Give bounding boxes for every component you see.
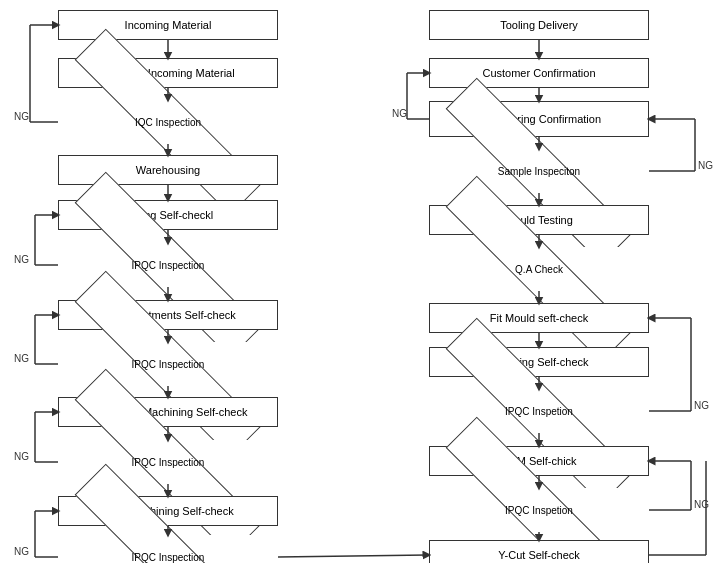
ipqc-r1-label: IPQC Inspetion (505, 406, 573, 417)
fit-mould-box: Fit Mould seft-check (429, 303, 649, 333)
ipqc-r2-diamond: IPQC Inspetion (429, 488, 649, 532)
fit-mould-label: Fit Mould seft-check (490, 312, 588, 324)
svg-text:NG: NG (14, 254, 29, 265)
ipqc4-label: IPQC Inspection (132, 552, 205, 563)
svg-text:NG: NG (14, 353, 29, 364)
qa-check-diamond: Q.A Check (429, 247, 649, 291)
svg-text:NG: NG (694, 499, 709, 510)
ipqc1-diamond: IPQC Inspection (58, 243, 278, 287)
svg-text:NG: NG (694, 400, 709, 411)
qa-check-label: Q.A Check (515, 264, 563, 275)
svg-text:NG: NG (14, 451, 29, 462)
incoming-material-label: Incoming Material (125, 19, 212, 31)
ipqc-r1-diamond: IPQC Inspetion (429, 389, 649, 433)
tooling-delivery-label: Tooling Delivery (500, 19, 578, 31)
ipqc2-diamond: IPQC Inspection (58, 342, 278, 386)
tooling-delivery-box: Tooling Delivery (429, 10, 649, 40)
customer-confirmation-label: Customer Confirmation (482, 67, 595, 79)
warehousing-box: Warehousing (58, 155, 278, 185)
svg-text:NG: NG (392, 108, 407, 119)
ipqc2-label: IPQC Inspection (132, 359, 205, 370)
ycut-box: Y-Cut Self-check (429, 540, 649, 563)
ipqc3-label: IPQC Inspection (132, 457, 205, 468)
flowchart-diagram: Incoming Material Inform of Incoming Mat… (0, 0, 717, 563)
customer-confirmation-box: Customer Confirmation (429, 58, 649, 88)
ipqc4-diamond: IPQC Inspection (58, 535, 278, 563)
ycut-label: Y-Cut Self-check (498, 549, 580, 561)
sample-inspection-diamond: Sample Inspeciton (429, 149, 649, 193)
iqc-inspection-label: IQC Inspection (135, 117, 201, 128)
svg-text:NG: NG (698, 160, 713, 171)
ipqc-r2-label: IPQC Inspetion (505, 505, 573, 516)
svg-text:NG: NG (14, 546, 29, 557)
svg-text:NG: NG (14, 111, 29, 122)
warehousing-label: Warehousing (136, 164, 200, 176)
svg-line-32 (278, 555, 427, 557)
iqc-inspection-diamond: IQC Inspection (58, 100, 278, 144)
ipqc1-label: IPQC Inspection (132, 260, 205, 271)
incoming-material-box: Incoming Material (58, 10, 278, 40)
sample-inspection-label: Sample Inspeciton (498, 166, 580, 177)
